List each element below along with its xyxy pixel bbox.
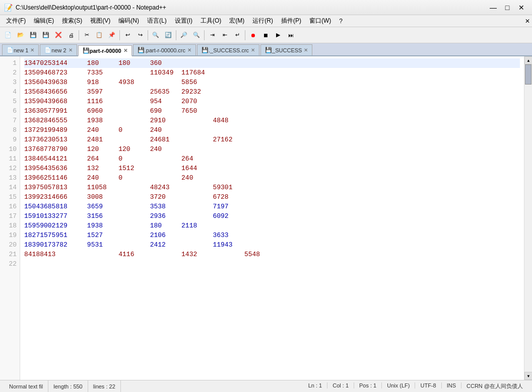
code-line-11: 13846544121 264 0 264 [24, 154, 520, 164]
menu-settings[interactable]: 设置(I) [171, 15, 196, 27]
toolbar-sep-6 [245, 30, 245, 40]
line-number-4: 4 [3, 87, 17, 97]
tab-crc1[interactable]: 💾 .part-r-00000.crc ✕ [133, 44, 196, 55]
line-number-7: 7 [3, 116, 17, 125]
title-bar: 📝 C:\Users\dell\Desktop\output1\part-r-0… [0, 0, 532, 15]
scroll-track [524, 64, 532, 372]
status-normal-text: Normal text fil [4, 380, 48, 392]
tab-success-close[interactable]: ✕ [304, 47, 308, 53]
tb-save-all[interactable]: 💾 [40, 29, 52, 41]
tb-macro-run[interactable]: ⏭ [285, 29, 297, 41]
menu-view[interactable]: 视图(V) [86, 15, 114, 27]
menu-macro[interactable]: 宏(M) [225, 15, 248, 27]
code-line-10: 13768778790 120 120 240 [24, 144, 520, 154]
code-line-16: 15043685818 3659 3538 7197 [24, 202, 520, 211]
menu-close-x[interactable]: ✕ [525, 18, 530, 25]
menu-file[interactable]: 文件(F) [2, 15, 30, 27]
tb-zoom-out[interactable]: 🔍 [190, 29, 203, 41]
code-line-6: 13630577991 6960 690 7650 [24, 106, 520, 116]
tab-part-icon: 💾 [83, 47, 90, 54]
tab-crc1-label: .part-r-00000.crc [145, 47, 185, 53]
tab-crc1-icon: 💾 [138, 47, 145, 53]
tab-part[interactable]: 💾 part-r-00000 ✕ [78, 45, 132, 56]
status-bar: Normal text fil length : 550 lines : 22 … [0, 380, 532, 392]
code-line-9: 13736230513 2481 24681 27162 [24, 135, 520, 144]
code-line-1: 13470253144 180 180 360 [24, 58, 520, 68]
toolbar-sep-5 [204, 30, 205, 40]
tb-open[interactable]: 📂 [15, 29, 27, 41]
line-number-16: 16 [3, 202, 17, 211]
menu-encoding[interactable]: 编码(N) [114, 15, 143, 27]
toolbar-sep-1 [79, 30, 79, 40]
status-right-group: Ln : 1 Col : 1 Pos : 1 Unix (LF) UTF-8 I… [303, 382, 528, 390]
tab-new1[interactable]: 📄 new 1 ✕ [2, 44, 39, 55]
menu-edit[interactable]: 编辑(E) [30, 15, 58, 27]
tb-redo[interactable]: ↪ [134, 29, 146, 41]
close-button[interactable]: ✕ [515, 2, 528, 13]
line-number-3: 3 [3, 77, 17, 87]
line-number-6: 6 [3, 106, 17, 116]
tb-zoom-in[interactable]: 🔎 [178, 29, 190, 41]
code-line-19: 18271575951 1527 2106 3633 [24, 230, 520, 240]
tab-new1-close[interactable]: ✕ [30, 47, 34, 53]
minimize-button[interactable]: — [487, 2, 500, 13]
code-line-4: 13568436656 3597 25635 29232 [24, 87, 520, 97]
scroll-down-button[interactable]: ▼ [524, 372, 532, 380]
status-ln: Ln : 1 [303, 382, 328, 388]
menu-language[interactable]: 语言(L) [143, 15, 171, 27]
code-line-17: 15910133277 3156 2936 6092 [24, 211, 520, 221]
tab-bar: 📄 new 1 ✕ 📄 new 2 ✕ 💾 part-r-00000 ✕ 💾 .… [0, 43, 532, 56]
menu-tools[interactable]: 工具(O) [196, 15, 225, 27]
code-line-18: 15959002129 1938 180 2118 [24, 221, 520, 230]
code-line-5: 13590439668 1116 954 2070 [24, 97, 520, 106]
tab-success[interactable]: 💾 _SUCCESS ✕ [260, 44, 312, 55]
tb-macro-play[interactable]: ▶ [272, 29, 284, 41]
tb-indent[interactable]: ⇥ [206, 29, 218, 41]
line-number-15: 15 [3, 192, 17, 202]
editor-content[interactable]: 13470253144 180 180 36013509468723 7335 … [20, 56, 524, 380]
tb-outdent[interactable]: ⇤ [219, 29, 231, 41]
line-numbers: 12345678910111213141516171819202122 [0, 56, 20, 380]
tb-save[interactable]: 💾 [27, 29, 39, 41]
tb-close[interactable]: ❌ [52, 29, 64, 41]
tb-macro-stop[interactable]: ⏹ [259, 29, 272, 41]
code-line-13: 13966251146 240 0 240 [24, 173, 520, 183]
status-col: Col : 1 [327, 382, 354, 388]
scroll-thumb[interactable] [525, 64, 531, 85]
tab-crc1-close[interactable]: ✕ [187, 47, 191, 53]
code-line-12: 13956435636 132 1512 1644 [24, 164, 520, 173]
line-number-19: 19 [3, 230, 17, 240]
tb-new[interactable]: 📄 [2, 29, 14, 41]
scrollbar-vertical[interactable]: ▲ ▼ [524, 56, 532, 380]
menu-run[interactable]: 运行(R) [248, 15, 277, 27]
tb-cut[interactable]: ✂ [81, 29, 93, 41]
menu-search[interactable]: 搜索(S) [58, 15, 86, 27]
line-number-12: 12 [3, 164, 17, 173]
tb-replace[interactable]: 🔄 [162, 29, 174, 41]
tab-part-close[interactable]: ✕ [123, 48, 127, 53]
menu-bar: 文件(F) 编辑(E) 搜索(S) 视图(V) 编码(N) 语言(L) 设置(I… [0, 15, 532, 27]
tb-undo[interactable]: ↩ [121, 29, 134, 41]
scroll-up-button[interactable]: ▲ [524, 56, 532, 64]
tb-paste[interactable]: 📌 [106, 29, 118, 41]
menu-help[interactable]: ? [335, 15, 347, 27]
line-number-17: 17 [3, 211, 17, 221]
tab-new2-close[interactable]: ✕ [69, 47, 73, 53]
tb-find[interactable]: 🔍 [150, 29, 162, 41]
tab-new2[interactable]: 📄 new 2 ✕ [40, 44, 77, 55]
code-line-15: 13992314666 3008 3720 6728 [24, 192, 520, 202]
menu-plugins[interactable]: 插件(P) [277, 15, 305, 27]
line-number-13: 13 [3, 173, 17, 183]
tab-success-crc[interactable]: 💾 ._SUCCESS.crc ✕ [197, 44, 259, 55]
tb-macro-rec[interactable]: ⏺ [247, 29, 259, 41]
toolbar-sep-4 [176, 30, 176, 40]
tb-print[interactable]: 🖨 [65, 29, 77, 41]
status-lines: lines : 22 [88, 380, 121, 392]
tab-new1-icon: 📄 [7, 47, 14, 53]
tb-copy[interactable]: 📋 [93, 29, 105, 41]
tab-success-crc-close[interactable]: ✕ [251, 47, 255, 53]
maximize-button[interactable]: □ [501, 2, 514, 13]
tb-wrap[interactable]: ↵ [231, 29, 243, 41]
menu-window[interactable]: 窗口(W) [305, 15, 335, 27]
app-icon: 📝 [4, 4, 13, 12]
